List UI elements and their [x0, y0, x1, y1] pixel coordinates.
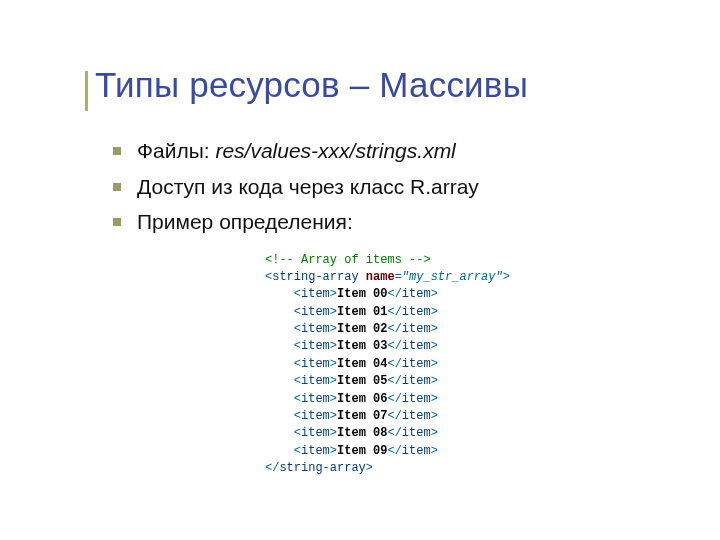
code-item-text: Item 05 — [337, 374, 387, 388]
code-gt: > — [431, 374, 438, 388]
code-item-text: Item 00 — [337, 287, 387, 301]
code-gt: > — [431, 339, 438, 353]
code-gt: > — [431, 392, 438, 406]
code-tag-item: item — [402, 444, 431, 458]
code-gt: > — [503, 270, 510, 284]
code-lt: < — [387, 392, 394, 406]
code-item-text: Item 08 — [337, 426, 387, 440]
code-eq: = — [395, 270, 402, 284]
code-tag-item: item — [301, 305, 330, 319]
code-item-row: <item>Item 09</item> — [265, 444, 438, 458]
code-item-row: <item>Item 03</item> — [265, 339, 438, 353]
bullet-text-prefix: Файлы: — [137, 139, 215, 162]
code-slash: / — [395, 287, 402, 301]
title-wrap: Типы ресурсов – Массивы — [95, 65, 660, 105]
code-lt: < — [387, 287, 394, 301]
code-gt: > — [431, 322, 438, 336]
code-tag-item: item — [402, 392, 431, 406]
code-slash: / — [395, 339, 402, 353]
bullet-item-example: Пример определения: — [113, 206, 660, 238]
code-tag-item: item — [402, 287, 431, 301]
code-gt: > — [330, 392, 337, 406]
code-item-text: Item 02 — [337, 322, 387, 336]
code-gt: > — [431, 305, 438, 319]
code-close-string-array: </string-array> — [265, 461, 373, 475]
code-lt: < — [387, 374, 394, 388]
code-lt: < — [387, 322, 394, 336]
code-tag-item: item — [301, 392, 330, 406]
code-item-text: Item 04 — [337, 357, 387, 371]
code-lt: < — [387, 339, 394, 353]
code-item-text: Item 06 — [337, 392, 387, 406]
code-lt: < — [294, 322, 301, 336]
code-lt: < — [294, 392, 301, 406]
code-item-text: Item 03 — [337, 339, 387, 353]
code-lt: < — [294, 287, 301, 301]
code-lt: < — [294, 426, 301, 440]
code-tag: string-array — [272, 270, 358, 284]
code-item-row: <item>Item 01</item> — [265, 305, 438, 319]
xml-code-block: <!-- Array of items --> <string-array na… — [265, 252, 660, 478]
code-lt: < — [294, 444, 301, 458]
code-lt: < — [294, 305, 301, 319]
code-gt: > — [431, 287, 438, 301]
code-item-row: <item>Item 08</item> — [265, 426, 438, 440]
code-comment-text: Array of items — [294, 253, 409, 267]
code-item-row: <item>Item 02</item> — [265, 322, 438, 336]
code-tag-item: item — [301, 444, 330, 458]
code-slash: / — [395, 305, 402, 319]
code-lt: < — [387, 444, 394, 458]
code-attr-name: name — [359, 270, 395, 284]
code-attr-val: "my_str_array" — [402, 270, 503, 284]
code-slash: / — [395, 392, 402, 406]
code-slash: / — [395, 444, 402, 458]
bullet-text-path: res/values-xxx/strings.xml — [215, 139, 455, 162]
code-item-row: <item>Item 00</item> — [265, 287, 438, 301]
slide-title: Типы ресурсов – Массивы — [95, 65, 660, 105]
code-tag-item: item — [301, 287, 330, 301]
code-tag-item: item — [402, 426, 431, 440]
code-slash: / — [395, 357, 402, 371]
code-tag-item: item — [402, 374, 431, 388]
code-item-row: <item>Item 05</item> — [265, 374, 438, 388]
code-tag-item: item — [402, 322, 431, 336]
code-item-row: <item>Item 07</item> — [265, 409, 438, 423]
code-item-text: Item 09 — [337, 444, 387, 458]
code-tag-item: item — [301, 409, 330, 423]
code-lt: < — [294, 409, 301, 423]
code-item-text: Item 07 — [337, 409, 387, 423]
code-slash: / — [395, 409, 402, 423]
code-tag-item: item — [402, 339, 431, 353]
title-accent-bar — [85, 71, 88, 111]
code-gt: > — [330, 287, 337, 301]
code-gt: > — [431, 357, 438, 371]
code-tag-item: item — [301, 339, 330, 353]
code-item-row: <item>Item 04</item> — [265, 357, 438, 371]
bullet-item-files: Файлы: res/values-xxx/strings.xml — [113, 135, 660, 167]
code-gt: > — [330, 305, 337, 319]
code-lt: < — [387, 305, 394, 319]
code-lt: < — [294, 357, 301, 371]
code-lt: < — [387, 426, 394, 440]
code-gt: > — [330, 409, 337, 423]
code-comment-close: --> — [409, 253, 431, 267]
code-lt: < — [387, 357, 394, 371]
code-gt: > — [366, 461, 373, 475]
code-tag-item: item — [301, 357, 330, 371]
code-gt: > — [330, 339, 337, 353]
slide: Типы ресурсов – Массивы Файлы: res/value… — [0, 0, 720, 540]
code-lt: < — [294, 339, 301, 353]
code-gt: > — [431, 409, 438, 423]
code-lt: < — [387, 409, 394, 423]
code-gt: > — [431, 426, 438, 440]
code-tag-item: item — [301, 426, 330, 440]
code-gt: > — [330, 444, 337, 458]
code-open-string-array: <string-array name="my_str_array"> — [265, 270, 510, 284]
code-tag-item: item — [301, 322, 330, 336]
code-lt: < — [294, 374, 301, 388]
code-slash: / — [395, 374, 402, 388]
code-tag: string-array — [279, 461, 365, 475]
code-comment-open: <!-- — [265, 253, 294, 267]
code-tag-item: item — [402, 409, 431, 423]
code-item-text: Item 01 — [337, 305, 387, 319]
